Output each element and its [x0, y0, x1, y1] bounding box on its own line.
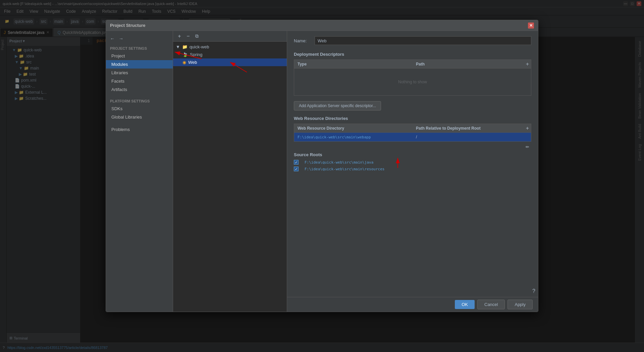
dd-type-header: Type — [294, 62, 413, 67]
dialog-right-content: Name: Deployment Descriptors Type Path — [287, 31, 538, 297]
add-module-button[interactable]: + — [176, 33, 183, 40]
dd-path-header: Path — [413, 62, 531, 67]
wrd-table-header: Web Resource Directory Path Relative to … — [294, 124, 531, 133]
dd-table-header: Type Path — [294, 60, 531, 69]
nav-project[interactable]: Project — [106, 52, 173, 60]
nav-facets[interactable]: Facets — [106, 77, 173, 85]
module-root-label: quick-web — [190, 44, 209, 49]
dialog-body: ← → Project Settings Project Modules Lib… — [106, 31, 538, 312]
module-web-label: Web — [188, 60, 197, 65]
remove-module-button[interactable]: − — [184, 33, 192, 40]
dialog-title: Project Structure — [110, 23, 145, 28]
source-root-1-checkbox[interactable] — [294, 160, 299, 165]
nav-sdks[interactable]: SDKs — [106, 104, 173, 113]
dialog-module-tree-panel: + − ⧉ ▼ 📁 quick-web 🍃 Spring ◉ — [173, 31, 287, 312]
wrd-edit-button[interactable]: ✏ — [526, 144, 529, 149]
cancel-button[interactable]: Cancel — [477, 300, 505, 309]
deployment-descriptors-section: Deployment Descriptors Type Path Nothing… — [294, 52, 531, 96]
apply-button[interactable]: Apply — [507, 300, 533, 309]
wrd-dir-header: Web Resource Directory — [294, 126, 413, 131]
dialog-nav-buttons: ← → — [106, 34, 173, 44]
web-resource-row[interactable]: F:\idea\quick-web\src\main\webapp / — [294, 133, 531, 141]
module-tree-toolbar: + − ⧉ — [173, 31, 287, 42]
dialog-close-button[interactable]: ✕ — [528, 23, 534, 29]
web-resource-directories-section: Web Resource Directories Web Resource Di… — [294, 116, 531, 149]
module-spring-icon: 🍃 — [182, 52, 188, 57]
copy-module-button[interactable]: ⧉ — [193, 33, 201, 40]
name-input[interactable] — [315, 36, 531, 45]
name-row: Name: — [294, 36, 531, 45]
deployment-descriptors-title: Deployment Descriptors — [294, 52, 531, 57]
help-icon[interactable]: ? — [532, 288, 535, 294]
nav-artifacts[interactable]: Artifacts — [106, 85, 173, 94]
module-root[interactable]: ▼ 📁 quick-web — [173, 43, 287, 51]
deployment-descriptors-table: Type Path Nothing to show + — [294, 59, 531, 96]
dialog-nav: ← → Project Settings Project Modules Lib… — [106, 31, 173, 312]
dd-table-body: Nothing to show — [294, 69, 531, 95]
webapp-rel-path: / — [413, 135, 531, 139]
source-root-row-1: F:\idea\quick-web\src\main\java — [294, 160, 531, 165]
source-root-1-path: F:\idea\quick-web\src\main\java — [301, 160, 377, 165]
source-roots-section: Source Roots F:\idea\quick-web\src\main\… — [294, 152, 531, 171]
back-button[interactable]: ← — [109, 35, 116, 42]
nav-global-libraries[interactable]: Global Libraries — [106, 113, 173, 121]
project-structure-dialog: Project Structure ✕ ← → Project Settings… — [106, 20, 538, 312]
source-root-row-2: F:\idea\quick-web\src\main\resources — [294, 167, 531, 171]
module-root-folder-icon: 📁 — [182, 44, 187, 49]
source-root-2-path: F:\idea\quick-web\src\main\resources — [301, 167, 388, 171]
forward-button[interactable]: → — [117, 35, 125, 42]
web-resource-title: Web Resource Directories — [294, 116, 531, 121]
dialog-overlay: Project Structure ✕ ← → Project Settings… — [0, 0, 644, 352]
module-spring-label: Spring — [190, 52, 203, 57]
wrd-add-button[interactable]: + — [526, 125, 529, 131]
web-resource-table: Web Resource Directory Path Relative to … — [294, 124, 531, 142]
source-root-2-checkbox[interactable] — [294, 167, 299, 171]
nav-libraries[interactable]: Libraries — [106, 69, 173, 77]
source-roots-title: Source Roots — [294, 152, 531, 157]
module-tree: ▼ 📁 quick-web 🍃 Spring ◉ Web — [173, 42, 287, 312]
dialog-right-panel: Name: Deployment Descriptors Type Path — [287, 31, 538, 312]
add-server-descriptor-button[interactable]: Add Application Server specific descript… — [294, 101, 381, 111]
dialog-title-bar: Project Structure ✕ — [106, 20, 538, 31]
webapp-path: F:\idea\quick-web\src\main\webapp — [294, 135, 413, 139]
nav-modules[interactable]: Modules — [106, 60, 173, 69]
module-web[interactable]: ◉ Web — [173, 58, 287, 66]
module-spring[interactable]: 🍃 Spring — [173, 51, 287, 58]
nothing-to-show: Nothing to show — [398, 80, 427, 84]
ok-button[interactable]: OK — [455, 300, 475, 309]
dialog-footer: OK Cancel Apply — [287, 297, 538, 312]
name-label: Name: — [294, 38, 311, 43]
nav-problems[interactable]: Problems — [106, 125, 173, 134]
dd-add-button[interactable]: + — [526, 61, 529, 67]
module-web-icon: ◉ — [182, 60, 186, 65]
dialog-help-section: ? — [532, 288, 535, 294]
module-root-arrow: ▼ — [176, 44, 180, 49]
wrd-path-header: Path Relative to Deployment Root — [413, 126, 531, 131]
project-settings-title: Project Settings — [106, 45, 173, 52]
platform-settings-title: Platform Settings — [106, 98, 173, 104]
